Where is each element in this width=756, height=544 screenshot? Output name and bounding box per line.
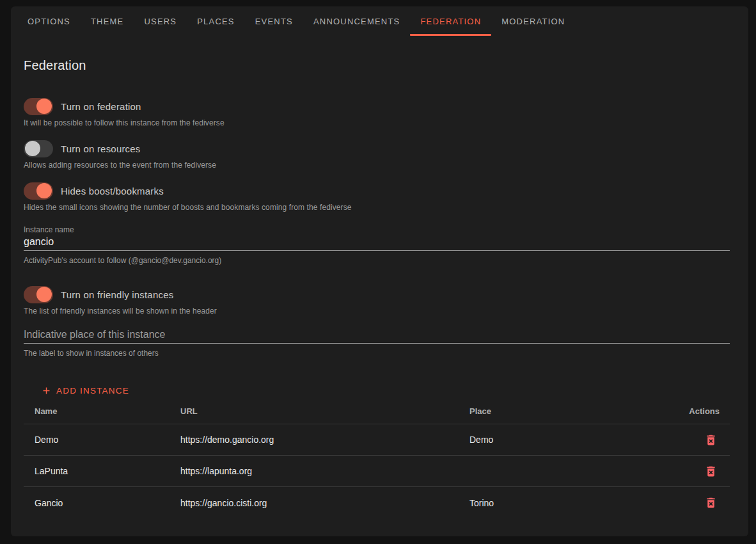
admin-settings-card: OPTIONS THEME USERS PLACES EVENTS ANNOUN… (11, 6, 748, 536)
page-title: Federation (24, 58, 86, 73)
delete-instance-button[interactable] (703, 463, 718, 479)
toggle-knob (36, 287, 52, 302)
tab-users-label: USERS (144, 17, 177, 26)
friendly-instances-toggle-row: Turn on friendly instances (24, 285, 173, 303)
admin-tabbar: OPTIONS THEME USERS PLACES EVENTS ANNOUN… (17, 6, 742, 36)
friendly-instances-toggle-label: Turn on friendly instances (61, 289, 173, 300)
instance-name-hint: ActivityPub's account to follow (@gancio… (24, 256, 730, 265)
tab-events[interactable]: EVENTS (245, 6, 303, 36)
toggle-knob (25, 141, 40, 156)
tab-moderation-label: MODERATION (501, 17, 565, 26)
add-instance-button-label: ADD INSTANCE (56, 386, 129, 396)
delete-instance-button[interactable] (703, 495, 718, 511)
hide-boosts-toggle-row: Hides boost/bookmarks (24, 182, 164, 200)
delete-forever-icon (704, 496, 718, 509)
header-actions: Actions (659, 406, 730, 416)
instance-name-cell: LaPunta (24, 466, 169, 476)
tab-users[interactable]: USERS (134, 6, 187, 36)
instance-url-cell: https://lapunta.org (169, 466, 459, 476)
hide-boosts-toggle-hint: Hides the small icons showing the number… (24, 203, 352, 212)
delete-forever-icon (704, 433, 718, 447)
hide-boosts-toggle-label: Hides boost/bookmarks (61, 186, 164, 196)
instance-name-label: Instance name (24, 225, 730, 234)
resources-toggle-hint: Allows adding resources to the event fro… (24, 161, 216, 170)
tab-events-label: EVENTS (255, 17, 293, 26)
tab-options-label: OPTIONS (28, 17, 70, 26)
resources-toggle-row: Turn on resources (24, 140, 141, 157)
federation-toggle-label: Turn on federation (61, 101, 141, 112)
instance-place-cell: Demo (459, 435, 659, 445)
tab-moderation[interactable]: MODERATION (491, 6, 575, 36)
header-place: Place (459, 406, 659, 416)
instances-table: Name URL Place Actions Demo https://demo… (24, 398, 730, 518)
toggle-knob (36, 99, 52, 114)
header-url: URL (169, 406, 459, 416)
delete-forever-icon (704, 465, 718, 478)
instance-place-hint: The label to show in instances of others (24, 349, 730, 358)
toggle-knob (36, 183, 52, 198)
federation-toggle-row: Turn on federation (24, 97, 141, 115)
table-row: LaPunta https://lapunta.org (24, 456, 730, 487)
federation-toggle[interactable] (24, 98, 53, 115)
table-header-row: Name URL Place Actions (24, 398, 730, 424)
tab-announcements-label: ANNOUNCEMENTS (313, 17, 400, 26)
plus-icon (41, 385, 52, 396)
instance-place-field: The label to show in instances of others (24, 328, 730, 358)
instance-url-cell: https://gancio.cisti.org (169, 498, 459, 508)
hide-boosts-toggle[interactable] (24, 182, 53, 200)
tab-announcements[interactable]: ANNOUNCEMENTS (303, 6, 411, 36)
tab-federation-label: FEDERATION (420, 17, 481, 26)
friendly-instances-toggle-hint: The list of friendly instances will be s… (24, 307, 217, 316)
instance-name-field: Instance name ActivityPub's account to f… (24, 225, 730, 265)
resources-toggle[interactable] (24, 140, 53, 157)
tab-theme[interactable]: THEME (81, 6, 134, 36)
instance-place-input[interactable] (24, 328, 730, 344)
federation-toggle-hint: It will be possible to follow this insta… (24, 118, 224, 127)
instance-name-input[interactable] (24, 236, 730, 251)
header-name: Name (24, 406, 169, 416)
instance-name-cell: Demo (24, 435, 169, 445)
instance-name-cell: Gancio (24, 498, 169, 508)
instance-place-cell: Torino (459, 498, 659, 508)
table-row: Gancio https://gancio.cisti.org Torino (24, 487, 730, 518)
tab-federation[interactable]: FEDERATION (410, 6, 491, 36)
delete-instance-button[interactable] (703, 432, 718, 447)
add-instance-button[interactable]: ADD INSTANCE (41, 381, 129, 399)
tab-places[interactable]: PLACES (187, 6, 245, 36)
table-row: Demo https://demo.gancio.org Demo (24, 424, 730, 456)
tab-places-label: PLACES (197, 17, 235, 26)
tab-theme-label: THEME (91, 17, 124, 26)
resources-toggle-label: Turn on resources (61, 143, 141, 154)
friendly-instances-toggle[interactable] (24, 286, 53, 303)
tab-options[interactable]: OPTIONS (17, 6, 81, 36)
instance-url-cell: https://demo.gancio.org (169, 435, 459, 445)
